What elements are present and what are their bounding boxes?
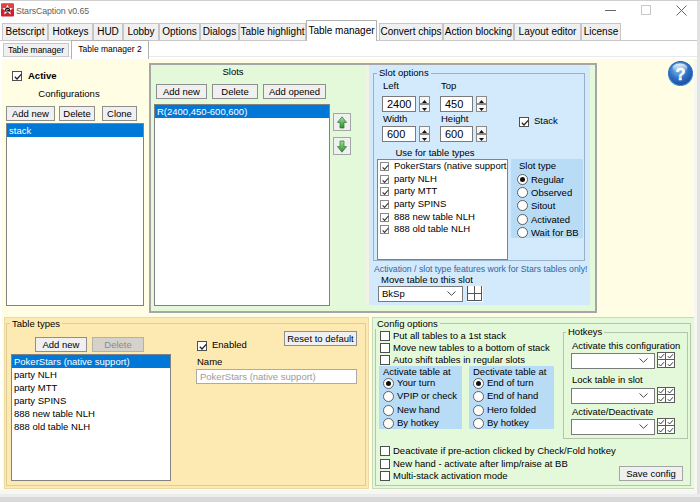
svg-text:C: C bbox=[6, 8, 9, 13]
svg-text:?: ? bbox=[675, 65, 685, 83]
